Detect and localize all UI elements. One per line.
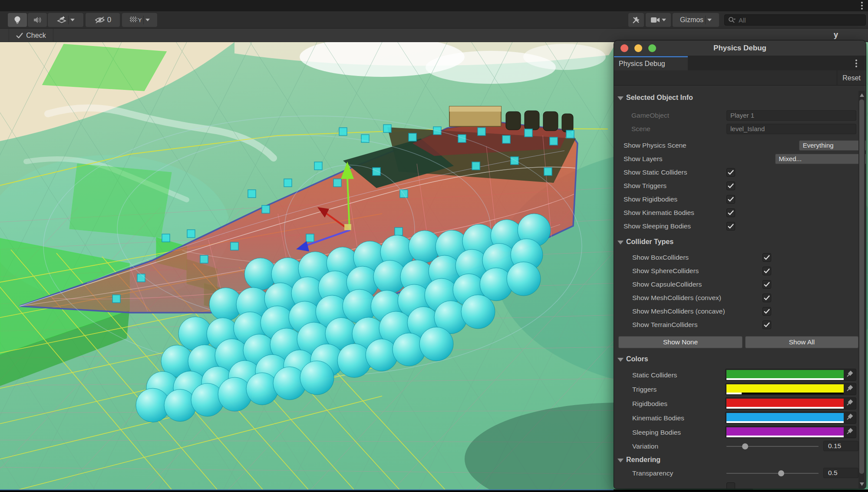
toggle-row: Show Static Colliders [614, 165, 866, 179]
speaker-icon [33, 16, 42, 24]
toggle-row: Show CapsuleColliders [614, 277, 866, 291]
show-boxcolliders-checkbox[interactable] [762, 253, 771, 262]
kebab-menu-icon[interactable] [861, 2, 863, 10]
toggle-row: Show BoxColliders [614, 251, 866, 264]
tab-bar: Physics Debug [614, 56, 866, 70]
gameobject-row: GameObject Player 1 [614, 109, 866, 122]
show-meshcolliders-convex-checkbox[interactable] [762, 294, 771, 302]
checkmark-icon [16, 33, 23, 38]
color-swatch [726, 427, 844, 436]
show-sleeping-bodies-checkbox[interactable] [726, 222, 735, 231]
grid-axis-label: Y [138, 17, 142, 23]
eyedropper-icon[interactable] [845, 370, 855, 378]
scene-search-field[interactable] [724, 14, 866, 26]
show-rigidbodies-checkbox[interactable] [726, 195, 735, 204]
layers-dropdown[interactable]: Mixed... [775, 154, 866, 164]
show-all-button[interactable]: Show All [745, 336, 858, 348]
check-toggle[interactable]: Check [9, 29, 53, 42]
eyedropper-icon[interactable] [845, 384, 855, 393]
chevron-down-icon[interactable] [707, 19, 712, 21]
section-selected-object-info[interactable]: Selected Object Info [614, 91, 866, 104]
eyedropper-icon[interactable] [845, 427, 855, 436]
tab-kebab-menu-icon[interactable] [855, 59, 857, 67]
static-colliders-color-field[interactable] [725, 369, 856, 381]
foldout-arrow-icon[interactable] [617, 241, 624, 244]
physics-scene-dropdown[interactable]: Everything [799, 140, 866, 151]
toggle-row: Show MeshColliders (concave) [614, 304, 866, 318]
kinematic-bodies-color-field[interactable] [725, 412, 856, 424]
scroll-down-arrow-icon[interactable] [860, 482, 864, 486]
eye-slash-icon [94, 16, 106, 24]
transparency-row: Transparency 0.5 [614, 466, 866, 480]
foldout-arrow-icon[interactable] [617, 459, 624, 462]
slider-handle[interactable] [778, 470, 784, 476]
scene-audio-button[interactable] [28, 13, 47, 27]
tab-physics-debug[interactable]: Physics Debug [614, 56, 688, 70]
button-separator [68, 16, 69, 24]
toggle-row: Show SphereColliders [614, 264, 866, 277]
color-swatch [726, 384, 844, 393]
camera-icon [650, 17, 660, 23]
gizmo-center-handle[interactable] [344, 224, 351, 230]
chevron-down-icon[interactable] [70, 19, 75, 21]
reset-button[interactable]: Reset [837, 70, 866, 86]
section-colors[interactable]: Colors [614, 352, 866, 366]
color-swatch [726, 370, 844, 378]
alpha-track [726, 436, 844, 437]
variation-slider[interactable] [726, 446, 818, 447]
grid-visibility-button[interactable]: Y [122, 13, 157, 27]
show-spherecolliders-checkbox[interactable] [762, 267, 771, 275]
eyedropper-icon[interactable] [845, 398, 855, 407]
toggle-row: Show Triggers [614, 179, 866, 192]
scrollbar-thumb[interactable] [859, 99, 864, 474]
section-rendering[interactable]: Rendering [614, 453, 866, 466]
chevron-down-icon[interactable] [662, 19, 666, 21]
scene-lighting-button[interactable] [8, 13, 27, 27]
hidden-objects-button[interactable]: 0 [86, 13, 120, 27]
section-collider-types[interactable]: Collider Types [614, 235, 866, 248]
check-label: Check [26, 32, 46, 40]
show-physics-scene-row: Show Physics Scene Everything [614, 139, 866, 152]
show-kinematic-bodies-checkbox[interactable] [726, 208, 735, 217]
show-triggers-checkbox[interactable] [726, 182, 735, 190]
show-static-colliders-checkbox[interactable] [726, 168, 735, 177]
show-meshcolliders-concave-checkbox[interactable] [762, 307, 771, 316]
show-none-button[interactable]: Show None [618, 336, 743, 348]
physics-debug-window: Physics Debug Physics Debug Reset Select… [614, 40, 866, 489]
scene-camera-button[interactable] [646, 13, 671, 27]
dock-highlight [0, 489, 614, 490]
foldout-arrow-icon[interactable] [617, 96, 624, 100]
search-input[interactable] [739, 17, 843, 24]
button-separator [705, 16, 706, 24]
alpha-track [726, 393, 844, 394]
clipped-checkbox[interactable] [726, 482, 735, 489]
bottom-dock-edge [0, 489, 868, 492]
transparency-value[interactable]: 0.5 [823, 468, 858, 478]
toggle-row: Show TerrainColliders [614, 318, 866, 331]
variation-value[interactable]: 0.15 [823, 441, 858, 451]
slider-handle[interactable] [742, 443, 748, 449]
eyedropper-icon[interactable] [845, 413, 855, 421]
color-swatch [726, 413, 844, 421]
gameobject-field: Player 1 [726, 110, 856, 121]
component-tools-button[interactable] [628, 13, 644, 27]
triggers-color-field[interactable] [725, 383, 856, 395]
clipped-row [614, 480, 866, 489]
show-terraincolliders-checkbox[interactable] [762, 320, 771, 329]
gizmos-label: Gizmos [680, 16, 703, 24]
variation-row: Variation 0.15 [614, 439, 866, 453]
panel-scrollbar[interactable] [858, 91, 865, 489]
scroll-up-arrow-icon[interactable] [860, 93, 864, 97]
transparency-slider[interactable] [726, 473, 818, 474]
grid-snap-icon [129, 16, 138, 24]
foldout-arrow-icon[interactable] [617, 358, 624, 362]
scene-effects-button[interactable] [48, 13, 83, 27]
rigidbodies-color-field[interactable] [725, 397, 856, 409]
chevron-down-icon[interactable] [145, 19, 150, 21]
show-capsulecolliders-checkbox[interactable] [762, 280, 771, 289]
sleeping-bodies-color-field[interactable] [725, 426, 856, 438]
scene-field: level_Island [726, 124, 856, 134]
window-titlebar[interactable]: Physics Debug [614, 40, 866, 56]
color-row: Kinematic Bodies [614, 411, 866, 425]
gizmos-button[interactable]: Gizmos [673, 13, 719, 27]
